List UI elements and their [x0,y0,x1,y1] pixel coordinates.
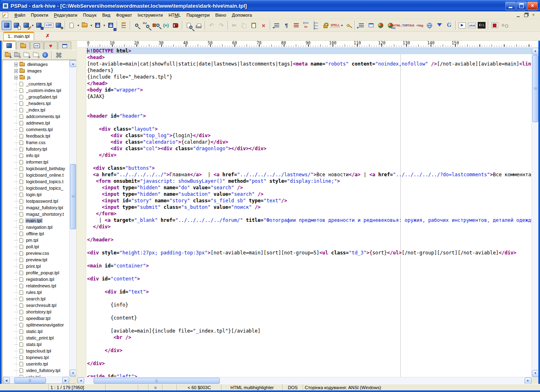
project-open-icon[interactable] [11,21,21,30]
code-line[interactable]: <div id="text"> [87,289,531,295]
tree-file-shortstory.tpl[interactable]: shortstory.tpl [3,309,69,315]
code-line[interactable] [87,243,531,250]
code-line[interactable] [87,308,531,315]
tree-file-static.tpl[interactable]: static.tpl [3,328,69,335]
code-line[interactable] [87,100,531,106]
html-to-text-icon[interactable]: HTML↓TXT [396,21,405,30]
code-text[interactable]: <!DOCTYPE html><head>[not-aviable=main|c… [87,48,531,377]
scroll-left-icon[interactable]: ◀ [3,377,10,384]
tree-file-logicboard_online.t[interactable]: logicboard_online.t [3,172,69,178]
tree-file-relatednews.tpl[interactable]: relatednews.tpl [3,283,69,289]
tree-file-login.tpl[interactable]: login.tpl [3,191,69,198]
numbered-list-icon[interactable]: 1— 2— 3— [311,21,321,30]
tree-file-tagscloud.tpl[interactable]: tagscloud.tpl [3,348,69,354]
tree-file-vote.tpl[interactable]: vote.tpl [3,374,69,377]
tree-file-search.tpl[interactable]: search.tpl [3,296,69,302]
code-line[interactable] [87,341,531,347]
project-new-folder-icon[interactable]: + [22,50,31,59]
tree-file-info.tpl[interactable]: info.tpl [3,152,69,159]
maximize-button[interactable] [516,2,527,10]
project-delete-folder-icon[interactable]: × [31,50,40,59]
binary-icon[interactable]: 1010 [467,21,477,30]
spell-dropdown-icon[interactable]: ▼ [341,24,343,27]
editor-scroll-thumb[interactable] [532,55,538,122]
code-line[interactable] [87,119,531,126]
tree-file-splitnewsnavigatior[interactable]: splitnewsnavigatior [3,322,69,328]
tree-file-_counters.tpl[interactable]: _counters.tpl [3,81,69,87]
code-line[interactable]: <body id="wrapper"> [87,87,531,93]
code-line[interactable]: | <a target="_blank" href="../../../../.… [87,217,531,223]
editor-horizontal-scrollbar[interactable]: ◀ ▶ [77,377,531,384]
menu-файл[interactable]: Файл [11,12,28,18]
tree-file-logicboard_topics_[interactable]: logicboard_topics_ [3,185,69,191]
sidebar-tab-windows[interactable] [58,42,71,50]
tree-file-topnews.tpl[interactable]: topnews.tpl [3,354,69,361]
code-line[interactable]: {info} [87,302,531,308]
status-encoding[interactable]: Сторінка кодування: ANSI (Windows) [303,384,540,390]
expand-icon[interactable]: + [14,63,18,66]
code-line[interactable] [87,354,531,360]
close-button[interactable]: × [527,2,538,10]
run-icon[interactable]: ▶ [457,21,467,30]
tree-file-magaz_fullstory.tpl[interactable]: magaz_fullstory.tpl [3,204,69,211]
expand-icon[interactable]: + [14,76,18,79]
project-add-file-icon[interactable]: + [3,50,12,59]
mdi-close-button[interactable]: × [530,13,537,18]
menu-інструменти[interactable]: Інструменти [135,12,166,18]
tree-file-preview.css[interactable]: preview.css [3,250,69,256]
code-line[interactable] [87,282,531,289]
tree-file-preview.tpl[interactable]: preview.tpl [3,256,69,263]
tree-file-poll.tpl[interactable]: poll.tpl [3,243,69,250]
project-info-icon[interactable]: i [41,50,49,59]
file-open-icon[interactable] [80,21,90,30]
cpp-icon[interactable]: C++∞ [301,21,311,30]
paste-icon[interactable] [249,21,259,30]
tree-file-video_fullstory.tpl[interactable]: video_fullstory.tpl [3,367,69,374]
code-line[interactable]: <div class="top_log">{login}</div> [87,132,531,139]
indent-icon[interactable]: ▸ [356,21,366,30]
tag-lower-icon[interactable]: <tag [415,21,425,30]
tree-file-frame.css[interactable]: frame.css [3,139,69,146]
tree-file-feedback.tpl[interactable]: feedback.tpl [3,133,69,139]
sidebar-tab-ftp[interactable]: FTP [30,42,44,50]
sidebar-hscroll-thumb[interactable] [14,377,46,383]
tree-file-registration.tpl[interactable]: registration.tpl [3,276,69,283]
code-line[interactable]: <input type="submit" class="s_button" va… [87,204,531,210]
scroll-down-icon[interactable]: ▼ [532,370,538,377]
code-line[interactable] [87,295,531,302]
file-new-dropdown-icon[interactable]: ▼ [77,24,80,27]
file-new-icon[interactable] [67,21,77,30]
replace-icon[interactable] [151,21,161,30]
code-line[interactable]: </form> [87,210,531,217]
project-new-icon[interactable] [2,21,11,30]
project-save-icon[interactable] [34,21,44,30]
code-line[interactable] [87,269,531,276]
code-line[interactable]: <div class="calendario">{calendar}</div> [87,139,531,145]
tree-file-stats.tpl[interactable]: stats.tpl [3,341,69,348]
menu-допомога[interactable]: Допомога [229,12,255,18]
tag-upper-icon[interactable]: <TAG [405,21,415,30]
pilcrow-icon[interactable]: ¶ [282,21,291,30]
tree-file-_custom-index.tpl[interactable]: _custom-index.tpl [3,87,69,94]
code-line[interactable]: </div> [87,360,531,367]
project-tools-icon[interactable] [54,50,63,59]
code-line[interactable] [87,367,531,373]
search-icon[interactable] [132,21,142,30]
save-all-icon[interactable] [106,21,116,30]
menu-формат[interactable]: Формат [113,12,135,18]
code-line[interactable]: </div> [87,347,531,354]
sidebar-tab-favorites[interactable]: ♥ [44,42,57,50]
goto-line-icon[interactable]: (+) [161,21,171,30]
code-line[interactable]: [not-aviable=main|cat|showfull|static|da… [87,61,531,67]
print-icon[interactable] [194,21,203,30]
code-line[interactable]: <main id="container"> [87,263,531,269]
code-line[interactable] [87,158,531,165]
browser-icon[interactable] [425,21,435,30]
code-line[interactable]: <div style="height:27px; padding-top:3px… [87,250,531,256]
code-line[interactable]: </div> [87,152,531,158]
code-line[interactable]: {include file="_headers.tpl"} [87,74,531,80]
menu-проекти[interactable]: Проекти [28,12,51,18]
code-line[interactable]: </div> [87,223,531,230]
delete-icon[interactable]: × [259,21,269,30]
file-open-dropdown-icon[interactable]: ▼ [90,24,93,27]
